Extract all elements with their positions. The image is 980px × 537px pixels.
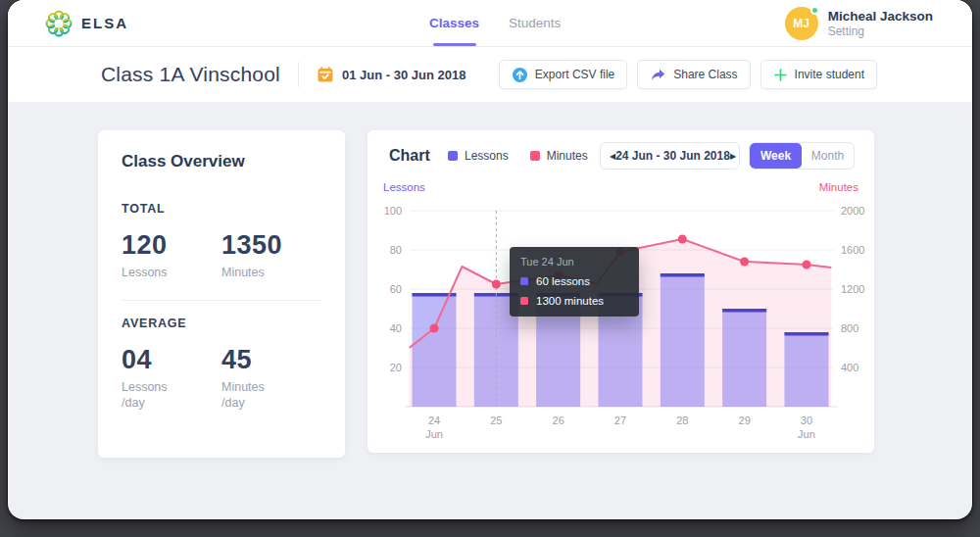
invite-student-button[interactable]: Invite student [760,60,877,89]
x-axis-label: 26 [553,415,564,426]
left-axis-tick: 100 [384,205,402,217]
plus-icon [773,68,788,82]
average-section: AVERAGE 04 Lessons /day 45 Minutes /day [122,317,321,411]
total-label: TOTAL [122,202,321,216]
x-axis-label: 28 [676,415,688,426]
chart-card: Chart Lessons Minutes ◀ 24 Jun - 30 Jun … [368,130,874,453]
subheader: Class 1A Vinschool 01 Jun - 30 Jun 2018 … [8,47,972,102]
minutes-swatch [530,151,540,161]
avatar[interactable]: MJ [785,7,818,40]
x-axis-label: 24 [428,415,440,426]
line-point[interactable] [740,258,749,267]
right-axis-tick: 1200 [841,283,864,295]
tooltip-minutes-swatch [520,297,528,305]
average-lessons-stat: 04 Lessons /day [122,345,221,411]
chart-tooltip: Tue 24 Jun 60 lessons 1300 minutes [510,247,639,317]
tab-classes[interactable]: Classes [429,0,479,46]
left-axis-tick: 80 [390,244,402,256]
tooltip-minutes-row: 1300 minutes [520,295,628,307]
top-nav: ELSA Classes Students MJ Micheal Jackson… [8,0,972,47]
tooltip-title: Tue 24 Jun [520,256,628,268]
subheader-actions: Export CSV file Share Class Invite stude… [499,60,877,89]
user-setting-link[interactable]: Setting [828,24,933,39]
chart-header: Chart Lessons Minutes ◀ 24 Jun - 30 Jun … [368,130,874,177]
user-name: Micheal Jackson [828,8,933,24]
left-axis-tick: 20 [390,362,402,373]
bar-30-Jun[interactable] [784,332,828,407]
chart-legend: Lessons Minutes [448,149,588,163]
toggle-month[interactable]: Month [802,143,854,169]
x-axis-label: 30 [801,415,812,426]
left-axis-tick: 60 [390,283,402,295]
legend-minutes[interactable]: Minutes [530,149,588,163]
online-status-dot [810,6,819,15]
calendar-icon [317,66,334,83]
line-point[interactable] [492,280,501,289]
line-point[interactable] [802,261,810,269]
main-content: Class Overview TOTAL 120 Lessons 1350 Mi… [8,102,972,458]
lessons-swatch [448,151,458,161]
bar-24-Jun[interactable] [413,293,457,407]
bar-29[interactable] [722,309,766,407]
x-axis-sublabel: Jun [425,428,443,440]
bar-top-edge [722,309,766,313]
legend-lessons[interactable]: Lessons [448,149,509,163]
right-axis-tick: 400 [841,362,858,373]
user-block: MJ Micheal Jackson Setting [785,7,933,40]
left-axis-tick: 40 [390,322,402,334]
line-point[interactable] [678,235,687,244]
range-next-button[interactable]: ▶ [730,152,736,161]
divider [298,62,299,87]
total-minutes-stat: 1350 Minutes [221,230,321,280]
toggle-week[interactable]: Week [750,143,802,169]
range-text: 24 Jun - 30 Jun 2018 [615,149,730,163]
active-tab-underline [433,43,476,46]
total-lessons-stat: 120 Lessons [122,230,221,280]
x-axis-label: 27 [614,415,626,426]
right-axis-tick: 800 [841,322,858,334]
export-upload-icon [512,67,528,83]
x-axis-label: 29 [739,415,751,426]
app-window: ELSA Classes Students MJ Micheal Jackson… [8,0,972,519]
line-point[interactable] [430,324,439,333]
divider [122,300,321,301]
brand: ELSA [45,10,128,37]
period-toggle: Week Month [749,142,855,170]
total-section: TOTAL 120 Lessons 1350 Minutes [122,202,321,280]
brand-name: ELSA [81,15,128,31]
x-axis-sublabel: Jun [798,428,815,440]
class-overview-card: Class Overview TOTAL 120 Lessons 1350 Mi… [98,130,345,458]
tooltip-lessons-swatch [520,277,528,285]
share-class-button[interactable]: Share Class [637,60,750,89]
bar-top-edge [661,273,705,277]
page-title: Class 1A Vinschool [101,63,280,86]
average-label: AVERAGE [122,317,321,330]
tooltip-lessons-row: 60 lessons [520,275,628,287]
nav-tabs: Classes Students [429,0,561,46]
bar-top-edge [784,332,828,336]
right-axis-tick: 1600 [841,244,864,256]
chart-range-picker[interactable]: ◀ 24 Jun - 30 Jun 2018 ▶ [600,142,740,170]
share-arrow-icon [650,67,666,83]
right-axis-tick: 2000 [841,205,864,217]
x-axis-label: 25 [490,415,502,426]
class-date-range[interactable]: 01 Jun - 30 Jun 2018 [317,66,466,83]
overview-title: Class Overview [122,152,321,171]
tab-students[interactable]: Students [509,0,561,46]
bar-28[interactable] [661,273,705,407]
elsa-logo-icon [45,10,73,37]
chart-title: Chart [389,147,430,165]
average-minutes-stat: 45 Minutes /day [221,345,321,411]
export-csv-button[interactable]: Export CSV file [499,60,627,89]
